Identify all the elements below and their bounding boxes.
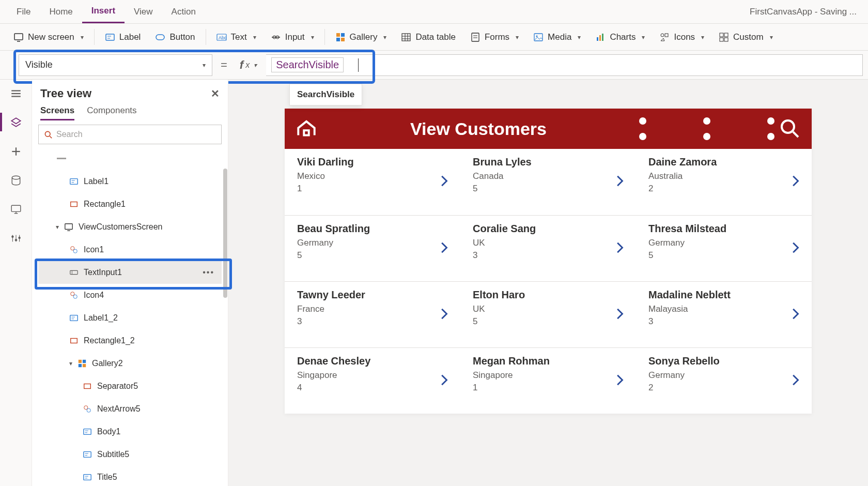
more-icon[interactable]: •••	[203, 268, 222, 277]
gallery-item[interactable]: Beau SpratlingGermany5	[285, 215, 460, 281]
tree-item-label1[interactable]: Label1	[38, 170, 222, 193]
customer-country: Singapore	[473, 370, 624, 381]
customer-country: Malayasia	[648, 304, 799, 314]
equals-sign: =	[218, 58, 230, 72]
chevron-right-icon[interactable]	[613, 240, 628, 257]
app-header: View Customers	[285, 109, 812, 149]
tree-item-label12[interactable]: Label1_2	[38, 307, 222, 329]
ribbon-custom[interactable]: Custom▾	[711, 24, 780, 50]
tree-item-rectangle1[interactable]: Rectangle1	[38, 193, 222, 216]
tab-components[interactable]: Components	[87, 105, 136, 120]
chevron-right-icon[interactable]	[613, 307, 628, 323]
rail-treeview-icon[interactable]	[9, 116, 23, 129]
menu-file[interactable]: File	[7, 0, 40, 23]
tree-view-title: Tree view	[40, 87, 91, 100]
customer-name: Megan Rohman	[473, 355, 624, 367]
ribbon-text[interactable]: Text▾	[209, 24, 264, 50]
home-icon[interactable]	[295, 117, 318, 140]
search-icon	[44, 130, 52, 139]
customer-name: Thresa Milstead	[648, 223, 799, 235]
gallery-item[interactable]: Sonya RebelloGermany2	[636, 347, 812, 414]
gallery-item[interactable]: Madaline NeblettMalayasia3	[636, 281, 812, 347]
tree-item-body1[interactable]: Body1	[38, 420, 222, 443]
tree-item-subtitle5[interactable]: Subtitle5	[38, 443, 222, 466]
tree-search-input[interactable]: Search	[38, 125, 222, 144]
menu-insert[interactable]: Insert	[82, 0, 125, 23]
gallery-item[interactable]: Coralie SangUK3	[460, 215, 636, 281]
ribbon-forms[interactable]: Forms▾	[463, 24, 526, 50]
tree-item-separator5[interactable]: Separator5	[38, 375, 222, 398]
chevron-right-icon[interactable]	[438, 373, 452, 389]
ribbon-media[interactable]: Media▾	[526, 24, 588, 50]
customer-number: 2	[648, 184, 799, 194]
customer-country: France	[297, 304, 448, 314]
tree-item-title5[interactable]: Title5	[38, 466, 222, 486]
tree-item-textinput1[interactable]: TextInput1•••	[38, 261, 222, 284]
ribbon-icons[interactable]: Icons▾	[652, 24, 711, 50]
chevron-right-icon[interactable]	[789, 240, 803, 257]
scrollbar-thumb[interactable]	[223, 169, 227, 298]
menu-home[interactable]: Home	[40, 0, 82, 23]
menu-view[interactable]: View	[125, 0, 162, 23]
app-preview: View Customers Viki DarlingMexico1Bruna …	[285, 109, 812, 414]
customer-name: Coralie Sang	[473, 223, 624, 235]
ribbon-input[interactable]: Input▾	[264, 24, 321, 50]
ribbon-newscreen[interactable]: New screen▾	[6, 24, 91, 50]
gallery-item[interactable]: Thresa MilsteadGermany5	[636, 215, 812, 281]
main-area: Tree view ✕ Screens Components Search La…	[0, 80, 868, 486]
tab-screens[interactable]: Screens	[40, 105, 74, 120]
rail-data-icon[interactable]	[9, 174, 23, 187]
customer-number: 3	[297, 316, 448, 327]
customer-country: Australia	[648, 171, 799, 181]
rail-settings-icon[interactable]	[9, 232, 23, 245]
app-header-title: View Customers	[318, 119, 639, 139]
gallery-item[interactable]: Megan RohmanSingapore1	[460, 347, 636, 414]
ribbon-charts[interactable]: Charts▾	[588, 24, 652, 50]
chevron-right-icon[interactable]	[438, 174, 452, 190]
insert-ribbon: New screen▾ Label Button Text▾ Input▾ Ga…	[0, 24, 868, 51]
menu-action[interactable]: Action	[162, 0, 205, 23]
customer-name: Sonya Rebello	[648, 355, 799, 367]
customer-name: Viki Darling	[297, 156, 448, 168]
chevron-right-icon[interactable]	[789, 373, 803, 389]
text-cursor	[358, 58, 359, 72]
chevron-right-icon[interactable]	[789, 307, 803, 323]
ribbon-gallery[interactable]: Gallery▾	[328, 24, 394, 50]
ribbon-button[interactable]: Button	[148, 24, 202, 50]
chevron-right-icon[interactable]	[613, 373, 628, 389]
tree-item-icon1[interactable]: Icon1	[38, 238, 222, 261]
selection-handles[interactable]	[639, 117, 779, 140]
tree-collapse[interactable]	[38, 147, 222, 170]
tree-item-icon4[interactable]: Icon4	[38, 284, 222, 307]
gallery-item[interactable]: Daine ZamoraAustralia2	[636, 149, 812, 215]
gallery-item[interactable]: Elton HaroUK5	[460, 281, 636, 347]
gallery-item[interactable]: Denae ChesleySingapore4	[285, 347, 460, 414]
fx-button[interactable]: fx▾	[236, 58, 261, 72]
close-icon[interactable]: ✕	[211, 87, 220, 100]
customer-country: UK	[473, 304, 624, 314]
top-menubar: File Home Insert View Action FirstCanvas…	[0, 0, 868, 24]
gallery-item[interactable]: Tawny LeederFrance3	[285, 281, 460, 347]
customer-number: 4	[297, 383, 448, 393]
tree-item-screen[interactable]: ▾ViewCustomersScreen	[38, 216, 222, 238]
ribbon-label[interactable]: Label	[98, 24, 148, 50]
gallery-item[interactable]: Bruna LylesCanada5	[460, 149, 636, 215]
ribbon-datatable[interactable]: Data table	[394, 24, 463, 50]
chevron-right-icon[interactable]	[789, 174, 803, 190]
search-placeholder: Search	[56, 130, 83, 139]
canvas-area: View Customers Viki DarlingMexico1Bruna …	[228, 80, 868, 486]
property-selector[interactable]: Visible ▾	[19, 54, 212, 76]
rail-monitor-icon[interactable]	[9, 203, 23, 216]
rail-insert-icon[interactable]	[9, 145, 23, 158]
chevron-right-icon[interactable]	[438, 307, 452, 323]
tree-item-gallery2[interactable]: ▾Gallery2	[38, 352, 222, 375]
chevron-right-icon[interactable]	[438, 240, 452, 257]
chevron-right-icon[interactable]	[613, 174, 628, 190]
formula-input[interactable]: SearchVisible	[266, 54, 863, 76]
intellisense-popup[interactable]: SearchVisible	[289, 84, 362, 105]
rail-hamburger-icon[interactable]	[9, 87, 23, 100]
tree-item-nextarrow5[interactable]: NextArrow5	[38, 398, 222, 420]
search-icon[interactable]	[779, 117, 801, 140]
tree-item-rect12[interactable]: Rectangle1_2	[38, 329, 222, 352]
gallery-item[interactable]: Viki DarlingMexico1	[285, 149, 460, 215]
